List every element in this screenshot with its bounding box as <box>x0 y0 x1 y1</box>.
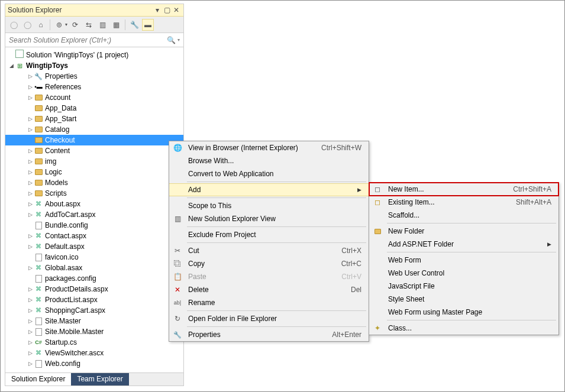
menu-item[interactable]: JavaScript File <box>369 280 558 293</box>
tree-item[interactable]: ▷⌘ShoppingCart.aspx <box>5 305 183 316</box>
menu-item[interactable]: Scaffold... <box>369 209 558 222</box>
tree-item[interactable]: ▷⌘Global.asax <box>5 263 183 273</box>
menu-item[interactable]: ↻Open Folder in File Explorer <box>169 312 369 325</box>
properties-button[interactable]: 🔧 <box>128 19 140 31</box>
expand-icon[interactable]: ▷ <box>27 294 34 305</box>
context-menu[interactable]: 🌐View in Browser (Internet Explorer)Ctrl… <box>169 141 369 342</box>
expand-icon[interactable]: ▷ <box>27 82 34 92</box>
refresh-button[interactable]: ⟳ <box>69 19 81 31</box>
expand-icon[interactable]: ▷ <box>27 177 34 188</box>
menu-item[interactable]: ⿻CopyCtrl+C <box>169 257 369 270</box>
menu-item[interactable]: Scope to This <box>169 199 369 212</box>
menu-item[interactable]: ▥New Solution Explorer View <box>169 212 369 225</box>
menu-item[interactable]: New Folder <box>369 225 558 238</box>
search-icon[interactable]: 🔍 <box>165 36 177 44</box>
solution-explorer-panel: Solution Explorer ▾ ▢ ✕ ◯ ◯ ⌂ ⊚▾ ⟳ ⇆ ▥ ▦… <box>5 4 184 386</box>
tree-item[interactable]: ▷Scripts <box>5 188 183 199</box>
expand-icon[interactable]: ▷ <box>27 316 34 326</box>
tree-item[interactable]: packages.config <box>5 273 183 284</box>
tree-item[interactable]: ▷Logic <box>5 167 183 177</box>
window-position-button[interactable]: ▾ <box>153 5 162 15</box>
tree-item[interactable]: ▷▪▬References <box>5 82 183 92</box>
search-input[interactable] <box>9 36 165 44</box>
collapse-all-button[interactable]: ⇆ <box>83 19 95 31</box>
expand-icon[interactable]: ▷ <box>27 114 34 124</box>
solution-node[interactable]: Solution 'WingtipToys' (1 project) <box>5 50 183 60</box>
expand-icon[interactable]: ▷ <box>27 241 34 252</box>
tree-item[interactable]: ▷⌘About.aspx <box>5 199 183 209</box>
menu-item[interactable]: 🔧PropertiesAlt+Enter <box>169 328 369 341</box>
tree-item[interactable]: ▷Content <box>5 145 183 156</box>
pin-button[interactable]: ▢ <box>162 5 172 15</box>
view-code-button[interactable]: ▬ <box>142 19 154 31</box>
tree-item[interactable]: ▷Site.Master <box>5 316 183 326</box>
back-button[interactable]: ◯ <box>8 19 20 31</box>
menu-item[interactable]: ◻New Item...Ctrl+Shift+A <box>369 183 558 196</box>
menu-item[interactable]: Convert to Web Application <box>169 167 369 180</box>
sync-button[interactable]: ⊚ <box>53 19 65 31</box>
preview-button[interactable]: ▦ <box>110 19 122 31</box>
tree-item[interactable]: ▷img <box>5 156 183 167</box>
expand-icon[interactable]: ▷ <box>27 231 34 241</box>
menu-item[interactable]: Web Form using Master Page <box>369 306 558 319</box>
tree-item[interactable]: ▷App_Start <box>5 114 183 124</box>
tree-view[interactable]: Solution 'WingtipToys' (1 project)◢⊞Wing… <box>5 47 183 372</box>
menu-item[interactable]: ◻Existing Item...Shift+Alt+A <box>369 196 558 209</box>
close-button[interactable]: ✕ <box>172 5 181 15</box>
expand-icon[interactable]: ▷ <box>27 71 34 82</box>
expand-icon[interactable]: ◢ <box>8 60 15 71</box>
expand-icon[interactable]: ▷ <box>27 188 34 199</box>
tree-item[interactable]: ▷⌘AddToCart.aspx <box>5 209 183 220</box>
expand-icon[interactable]: ▷ <box>27 358 34 369</box>
tab-solution-explorer[interactable]: Solution Explorer <box>5 373 71 385</box>
tree-item[interactable]: App_Data <box>5 103 183 114</box>
show-all-files-button[interactable]: ▥ <box>96 19 108 31</box>
search-dropdown[interactable]: ▾ <box>177 37 180 43</box>
tree-item[interactable]: ▷⌘Default.aspx <box>5 241 183 252</box>
tree-item[interactable]: ▷Models <box>5 177 183 188</box>
menu-item[interactable]: Web Form <box>369 254 558 267</box>
expand-icon[interactable]: ▷ <box>27 348 34 358</box>
forward-button[interactable]: ◯ <box>21 19 33 31</box>
expand-icon[interactable]: ▷ <box>27 92 34 103</box>
menu-item[interactable]: ✕DeleteDel <box>169 283 369 296</box>
tree-item[interactable]: ▷⌘Contact.aspx <box>5 231 183 241</box>
tree-item[interactable]: favicon.ico <box>5 252 183 263</box>
home-button[interactable]: ⌂ <box>35 19 47 31</box>
menu-item[interactable]: 🌐View in Browser (Internet Explorer)Ctrl… <box>169 141 369 154</box>
tree-item[interactable]: ▷Catalog <box>5 124 183 135</box>
tab-team-explorer[interactable]: Team Explorer <box>71 373 128 385</box>
expand-icon[interactable]: ▷ <box>27 156 34 167</box>
menu-item[interactable]: Style Sheet <box>369 293 558 306</box>
menu-item[interactable]: Add▶ <box>169 183 369 196</box>
expand-icon[interactable]: ▷ <box>27 284 34 294</box>
expand-icon[interactable]: ▷ <box>27 145 34 156</box>
add-submenu[interactable]: ◻New Item...Ctrl+Shift+A◻Existing Item..… <box>369 182 559 335</box>
menu-item[interactable]: ab|Rename <box>169 296 369 309</box>
tree-item[interactable]: ▷Account <box>5 92 183 103</box>
expand-icon[interactable]: ▷ <box>27 263 34 273</box>
expand-icon[interactable]: ▷ <box>27 167 34 177</box>
expand-icon[interactable]: ▷ <box>27 124 34 135</box>
tree-item[interactable]: ▷C#Startup.cs <box>5 337 183 348</box>
menu-item[interactable]: Web User Control <box>369 267 558 280</box>
expand-icon[interactable]: ▷ <box>27 305 34 316</box>
expand-icon[interactable]: ▷ <box>27 199 34 209</box>
menu-item[interactable]: Add ASP.NET Folder▶ <box>369 238 558 251</box>
tree-item[interactable]: ▷⌘ViewSwitcher.ascx <box>5 348 183 358</box>
menu-item[interactable]: ✦Class... <box>369 322 558 335</box>
tree-item[interactable]: ▷⌘ProductDetails.aspx <box>5 284 183 294</box>
tree-item[interactable]: Checkout <box>5 135 183 145</box>
menu-item[interactable]: ✂CutCtrl+X <box>169 244 369 257</box>
project-node[interactable]: ◢⊞WingtipToys <box>5 60 183 71</box>
menu-item[interactable]: Browse With... <box>169 154 369 167</box>
expand-icon[interactable]: ▷ <box>27 209 34 220</box>
expand-icon[interactable]: ▷ <box>27 326 34 337</box>
tree-item[interactable]: Bundle.config <box>5 220 183 231</box>
tree-item[interactable]: ▷⌘ProductList.aspx <box>5 294 183 305</box>
expand-icon[interactable]: ▷ <box>27 337 34 348</box>
tree-item[interactable]: ▷Site.Mobile.Master <box>5 326 183 337</box>
menu-item[interactable]: Exclude From Project <box>169 228 369 241</box>
tree-item[interactable]: ▷Web.config <box>5 358 183 369</box>
tree-item[interactable]: ▷🔧Properties <box>5 71 183 82</box>
